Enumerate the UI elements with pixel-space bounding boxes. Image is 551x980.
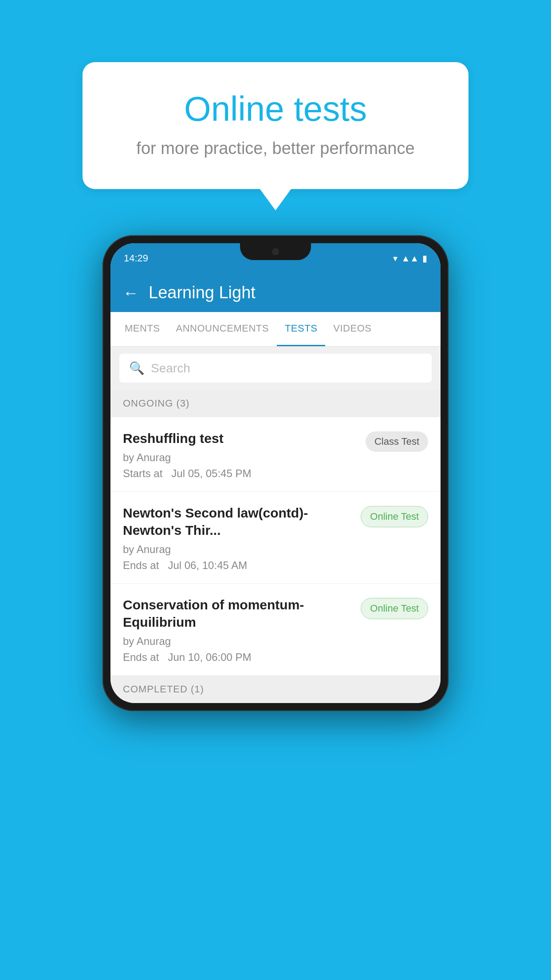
search-container: 🔍 Search — [110, 347, 441, 390]
test-by-1: by Anurag — [123, 451, 357, 464]
battery-icon: ▮ — [422, 253, 427, 264]
test-title-2: Newton's Second law(contd)-Newton's Thir… — [123, 504, 352, 539]
bubble-subtitle: for more practice, better performance — [118, 139, 433, 158]
search-icon: 🔍 — [129, 361, 145, 375]
back-button[interactable]: ← — [123, 284, 139, 302]
status-icons: ▾ ▲▲ ▮ — [393, 253, 427, 264]
phone-notch — [240, 243, 311, 260]
test-badge-1: Class Test — [366, 431, 428, 452]
test-by-2: by Anurag — [123, 543, 352, 556]
test-info-2: Newton's Second law(contd)-Newton's Thir… — [123, 504, 361, 572]
status-time: 14:29 — [124, 253, 148, 264]
test-title-3: Conservation of momentum-Equilibrium — [123, 596, 352, 631]
test-date-3: Ends at Jun 10, 06:00 PM — [123, 651, 352, 664]
camera — [271, 247, 280, 257]
tabs-container: MENTS ANNOUNCEMENTS TESTS VIDEOS — [110, 312, 441, 347]
test-item-3[interactable]: Conservation of momentum-Equilibrium by … — [110, 584, 441, 676]
signal-icon: ▲▲ — [401, 253, 419, 264]
test-date-1: Starts at Jul 05, 05:45 PM — [123, 467, 357, 480]
search-placeholder: Search — [151, 361, 190, 375]
test-info-3: Conservation of momentum-Equilibrium by … — [123, 596, 361, 664]
bubble-title: Online tests — [118, 89, 433, 129]
test-by-3: by Anurag — [123, 635, 352, 648]
test-item-2[interactable]: Newton's Second law(contd)-Newton's Thir… — [110, 492, 441, 584]
tab-tests[interactable]: TESTS — [277, 312, 325, 346]
phone-screen: 14:29 ▾ ▲▲ ▮ ← Learning Light MENTS ANNO… — [110, 243, 441, 703]
tab-announcements[interactable]: ANNOUNCEMENTS — [168, 312, 277, 346]
test-item-1[interactable]: Reshuffling test by Anurag Starts at Jul… — [110, 417, 441, 492]
test-badge-3: Online Test — [361, 598, 428, 619]
search-bar[interactable]: 🔍 Search — [119, 354, 432, 383]
test-list: Reshuffling test by Anurag Starts at Jul… — [110, 417, 441, 676]
test-date-2: Ends at Jul 06, 10:45 AM — [123, 559, 352, 572]
wifi-icon: ▾ — [393, 253, 398, 264]
test-info-1: Reshuffling test by Anurag Starts at Jul… — [123, 430, 366, 480]
speech-bubble-container: Online tests for more practice, better p… — [83, 62, 468, 189]
phone-container: 14:29 ▾ ▲▲ ▮ ← Learning Light MENTS ANNO… — [102, 235, 449, 711]
speech-bubble: Online tests for more practice, better p… — [83, 62, 468, 189]
test-title-1: Reshuffling test — [123, 430, 357, 447]
app-header: ← Learning Light — [110, 273, 441, 312]
phone-frame: 14:29 ▾ ▲▲ ▮ ← Learning Light MENTS ANNO… — [102, 235, 449, 711]
tab-ments[interactable]: MENTS — [117, 312, 168, 346]
tab-videos[interactable]: VIDEOS — [325, 312, 379, 346]
test-badge-2: Online Test — [361, 506, 428, 527]
app-title: Learning Light — [149, 283, 256, 302]
ongoing-section-header: ONGOING (3) — [110, 390, 441, 417]
status-bar: 14:29 ▾ ▲▲ ▮ — [110, 243, 441, 273]
completed-section-header: COMPLETED (1) — [110, 676, 441, 703]
